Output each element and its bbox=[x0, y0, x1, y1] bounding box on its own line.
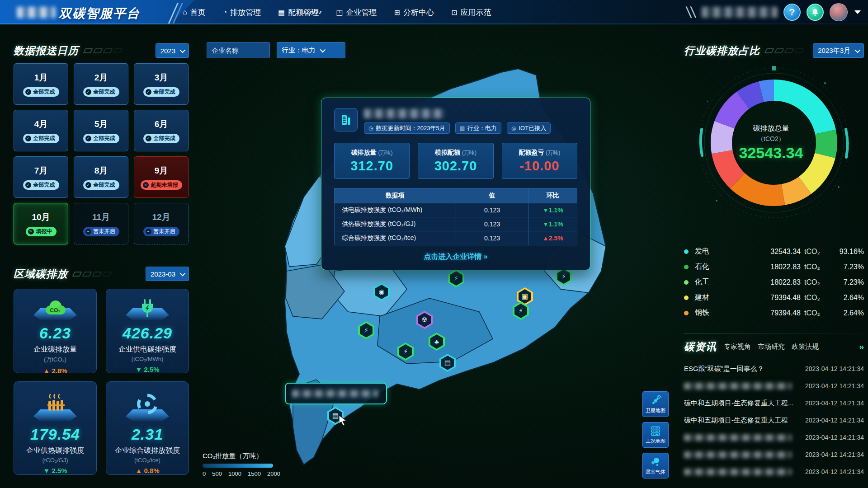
title-decoration bbox=[73, 272, 111, 277]
status-badge: ✓全部完成 bbox=[83, 87, 119, 97]
iot-icon: ◎ bbox=[511, 125, 516, 131]
legend-row-chemical: 化工18022.83tCO₂7.23% bbox=[684, 277, 864, 287]
month-card-sep[interactable]: 9月×超期未填报 bbox=[134, 156, 189, 198]
month-card-dec[interactable]: 12月−暂未开启 bbox=[134, 203, 189, 244]
radiator-heat-icon bbox=[43, 392, 67, 416]
news-tabs: 专家视角 市场研究 政策法规 bbox=[724, 343, 819, 351]
help-button[interactable]: ? bbox=[783, 4, 801, 21]
tab-expert-view[interactable]: 专家视角 bbox=[724, 343, 751, 351]
minus-icon: − bbox=[85, 229, 91, 235]
month-card-feb[interactable]: 2月✓全部完成 bbox=[74, 63, 128, 105]
region-stat-grid: CO₂ 6.23 企业碳排放量 (万tCO₂) ▲ 2.8% 426.29 企业… bbox=[14, 289, 189, 475]
nav-item-analysis[interactable]: ⊞分析中心 bbox=[394, 7, 434, 18]
nav-item-home[interactable]: ⌂首页 bbox=[183, 7, 206, 18]
carbon-news-panel: 碳资讯 专家视角 市场研究 政策法规 » ESG跟“双碳”是一回事么？2023-… bbox=[684, 340, 864, 480]
satellite-map-button[interactable]: 卫星地图 bbox=[642, 391, 669, 417]
status-badge: ✓全部完成 bbox=[83, 180, 119, 190]
radiation-icon: ☢ bbox=[418, 313, 431, 327]
quota-monitor-icon: ▤ bbox=[278, 8, 285, 17]
title-decoration bbox=[84, 48, 122, 53]
data-report-calendar-panel: 数据报送日历 2023 1月✓全部完成 2月✓全部完成 3月✓全部完成 4月✓全… bbox=[14, 43, 189, 244]
notification-bell-button[interactable] bbox=[807, 4, 824, 21]
month-card-jan[interactable]: 1月✓全部完成 bbox=[14, 63, 68, 105]
news-item[interactable]: 碳中和五期项目-生态修复重大工程...2023-04-12 14:21:34 bbox=[684, 394, 864, 412]
pencil-icon: ✎ bbox=[28, 229, 34, 235]
logo-redacted-prefix bbox=[17, 7, 56, 18]
check-icon: ✓ bbox=[25, 182, 31, 188]
power-plug-icon bbox=[136, 296, 159, 320]
change-up: ▲ 0.8% bbox=[135, 467, 159, 474]
news-item-redacted[interactable]: 2023-04-12 14:21:34 bbox=[684, 377, 864, 394]
news-item-redacted[interactable]: 2023-04-12 14:21:34 bbox=[684, 429, 864, 446]
server-stack-icon bbox=[650, 425, 661, 437]
check-icon: ✓ bbox=[85, 136, 91, 141]
co2-cloud-icon: CO₂ bbox=[42, 296, 68, 320]
industry-share-panel: 行业碳排放占比 2023年3月 碳排放总量 （tCO2） 32543.34 bbox=[684, 43, 864, 318]
month-card-nov[interactable]: 11月−暂未开启 bbox=[74, 203, 128, 244]
month-card-oct[interactable]: 10月✎填报中 bbox=[14, 203, 68, 244]
nav-item-demo[interactable]: ⊡应用示范 bbox=[451, 7, 491, 18]
intensity-table: 数据项 值 环比 供电碳排放强度 (tCO₂/MWh) 0.123 ▼1.1% … bbox=[334, 188, 577, 245]
check-icon: ✓ bbox=[85, 182, 91, 188]
month-card-aug[interactable]: 8月✓全部完成 bbox=[74, 156, 128, 198]
chevron-down-icon[interactable] bbox=[854, 10, 861, 14]
analysis-grid-icon: ⊞ bbox=[394, 8, 400, 17]
month-card-may[interactable]: 5月✓全部完成 bbox=[74, 110, 128, 151]
news-item-redacted[interactable]: 2023-04-12 14:21:34 bbox=[684, 463, 864, 480]
update-time-tag: ◷数据更新时间：2023年5月 bbox=[364, 122, 450, 134]
tab-policy[interactable]: 政策法规 bbox=[792, 343, 819, 351]
region-period-dropdown[interactable]: 2023-03 bbox=[146, 267, 189, 281]
map-company-tooltip bbox=[285, 383, 387, 404]
chevron-down-icon bbox=[180, 47, 186, 53]
month-card-jul[interactable]: 7月✓全部完成 bbox=[14, 156, 68, 198]
status-badge: ✓全部完成 bbox=[23, 87, 59, 97]
industry-filter-dropdown[interactable]: 行业：电力 bbox=[277, 42, 345, 58]
chevron-down-icon bbox=[320, 47, 326, 52]
news-item[interactable]: 碳中和五期项目-生态修复重大工程2023-04-12 14:21:34 bbox=[684, 412, 864, 429]
news-panel-title: 碳资讯 bbox=[684, 340, 717, 354]
username-redacted bbox=[702, 7, 778, 18]
news-item[interactable]: ESG跟“双碳”是一回事么？2023-04-12 14:21:34 bbox=[684, 360, 864, 377]
industry-period-dropdown[interactable]: 2023年3月 bbox=[813, 43, 864, 58]
tab-market-research[interactable]: 市场研究 bbox=[758, 343, 785, 351]
minus-icon: − bbox=[146, 229, 151, 235]
gradient-scale-bar bbox=[203, 464, 273, 468]
lightning-icon: ⚡ bbox=[399, 344, 412, 359]
company-search-input[interactable] bbox=[207, 42, 270, 58]
month-card-jun[interactable]: 6月✓全部完成 bbox=[134, 110, 189, 151]
news-more-arrow[interactable]: » bbox=[859, 342, 864, 352]
chevron-down-icon bbox=[180, 270, 186, 276]
month-card-mar[interactable]: 3月✓全部完成 bbox=[134, 63, 189, 105]
donut-center-text: 碳排放总量 （tCO2） 32543.34 bbox=[721, 124, 821, 162]
status-badge-pending: −暂未开启 bbox=[83, 227, 119, 236]
industry-icon: ▥ bbox=[460, 125, 465, 131]
nav-item-quota[interactable]: ▤配额管理 bbox=[278, 7, 319, 18]
month-grid: 1月✓全部完成 2月✓全部完成 3月✓全部完成 4月✓全部完成 5月✓全部完成 … bbox=[14, 63, 189, 244]
barrel-icon: ▣ bbox=[519, 289, 531, 304]
home-icon: ⌂ bbox=[183, 8, 187, 16]
map-co2-legend: CO₂排放量（万吨） 0500100015002000 bbox=[203, 452, 280, 477]
nav-item-emission[interactable]: ◔排放管理 bbox=[223, 7, 261, 18]
month-card-apr[interactable]: 4月✓全部完成 bbox=[14, 110, 68, 151]
legend-dot bbox=[684, 280, 689, 285]
quota-stat: 模拟配额 (万吨) 302.70 bbox=[418, 143, 493, 179]
user-avatar[interactable] bbox=[830, 3, 848, 21]
check-icon: ✓ bbox=[25, 136, 31, 141]
calendar-year-dropdown[interactable]: 2023 bbox=[156, 43, 189, 58]
legend-row-building: 建材79394.48tCO₂2.64% bbox=[684, 293, 864, 302]
status-badge-filling: ✎填报中 bbox=[26, 227, 57, 236]
stat-card-power-intensity: 426.29 企业供电碳排强度 (tCO₂/MWh) ▼ 2.5% bbox=[106, 289, 189, 373]
enterprise-monitor-icon: ◳ bbox=[336, 8, 343, 17]
news-list: ESG跟“双碳”是一回事么？2023-04-12 14:21:34 2023-0… bbox=[684, 360, 864, 480]
nav-item-enterprise[interactable]: ◳企业管理 bbox=[336, 7, 377, 18]
greenhouse-gas-button[interactable]: 温室气体 bbox=[642, 453, 669, 479]
condition-map-button[interactable]: 工况地图 bbox=[642, 422, 669, 448]
legend-row-petrochem: 石化18022.83tCO₂7.23% bbox=[684, 262, 864, 272]
stat-card-emission: CO₂ 6.23 企业碳排放量 (万tCO₂) ▲ 2.8% bbox=[14, 289, 97, 373]
calculator-icon: ⊡ bbox=[451, 8, 457, 17]
cross-icon: × bbox=[143, 182, 149, 188]
enter-company-detail-link[interactable]: 点击进入企业详情 » bbox=[334, 252, 577, 262]
document-icon: ▤ bbox=[441, 356, 454, 370]
news-item-redacted[interactable]: 2023-04-12 14:21:34 bbox=[684, 446, 864, 463]
industry-panel-title: 行业碳排放占比 bbox=[684, 44, 760, 58]
